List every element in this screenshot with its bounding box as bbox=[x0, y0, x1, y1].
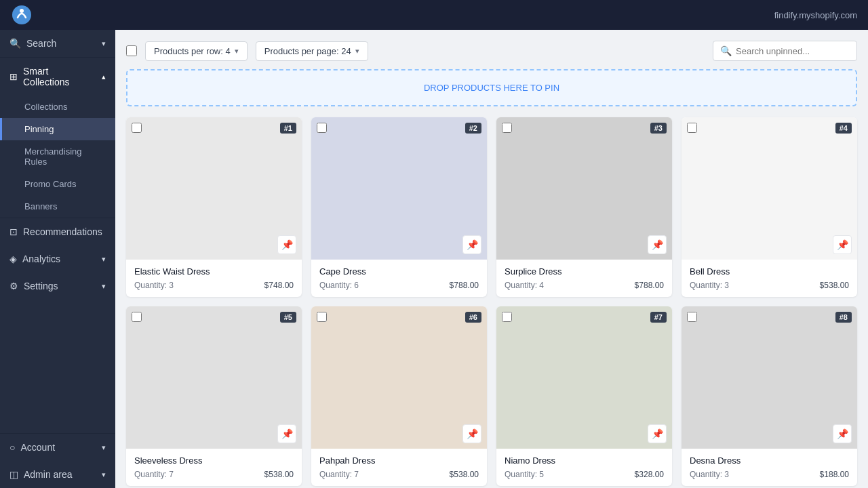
toolbar: Products per row: 4 ▾ Products per page:… bbox=[126, 41, 857, 61]
top-bar: findify.myshopify.com bbox=[0, 0, 868, 30]
sidebar-item-promo-cards[interactable]: Promo Cards bbox=[0, 173, 115, 195]
product-image: #7 📌 bbox=[496, 306, 672, 449]
account-icon: ○ bbox=[9, 442, 15, 453]
product-pin-button[interactable]: 📌 bbox=[648, 424, 667, 443]
product-badge: #7 bbox=[650, 312, 667, 323]
products-per-row-dropdown[interactable]: Products per row: 4 ▾ bbox=[145, 41, 248, 61]
product-pin-button[interactable]: 📌 bbox=[462, 424, 481, 443]
sidebar-bottom: ○ Account ▾ ◫ Admin area ▾ bbox=[0, 433, 115, 488]
sidebar: 🔍 Search ▾ ⊞ Smart Collections ▴ Collect… bbox=[0, 30, 115, 488]
search-unpinned-input[interactable] bbox=[736, 46, 850, 56]
product-meta: Quantity: 7 $538.00 bbox=[319, 470, 479, 479]
product-checkbox[interactable] bbox=[687, 123, 697, 133]
product-pin-button[interactable]: 📌 bbox=[648, 235, 667, 254]
svg-point-0 bbox=[12, 5, 31, 24]
search-unpinned-icon: 🔍 bbox=[720, 45, 732, 56]
product-info: Elastic Waist Dress Quantity: 3 $748.00 bbox=[126, 260, 302, 297]
product-checkbox[interactable] bbox=[132, 312, 142, 322]
product-name: Desna Dress bbox=[690, 455, 849, 466]
product-card: #6 📌 Pahpah Dress Quantity: 7 $538.00 bbox=[311, 306, 487, 486]
sidebar-item-recommendations[interactable]: ⊡ Recommendations bbox=[0, 218, 115, 245]
product-pin-button[interactable]: 📌 bbox=[277, 235, 296, 254]
product-checkbox[interactable] bbox=[317, 312, 327, 322]
sidebar-item-analytics[interactable]: ◈ Analytics ▾ bbox=[0, 245, 115, 272]
product-meta: Quantity: 3 $748.00 bbox=[134, 281, 294, 290]
product-image: #5 📌 bbox=[126, 306, 302, 449]
product-checkbox[interactable] bbox=[317, 123, 327, 133]
product-price: $538.00 bbox=[450, 470, 479, 479]
product-name: Sleeveless Dress bbox=[134, 455, 294, 466]
admin-chevron: ▾ bbox=[102, 470, 106, 479]
product-card: #1 📌 Elastic Waist Dress Quantity: 3 $74… bbox=[126, 117, 302, 297]
product-quantity: Quantity: 3 bbox=[690, 281, 729, 290]
product-badge: #8 bbox=[835, 312, 852, 323]
product-quantity: Quantity: 3 bbox=[134, 281, 174, 290]
product-checkbox[interactable] bbox=[502, 123, 512, 133]
svg-point-1 bbox=[20, 9, 24, 13]
product-badge: #4 bbox=[835, 123, 852, 134]
analytics-icon: ◈ bbox=[9, 253, 17, 264]
product-image: #4 📌 bbox=[682, 117, 857, 260]
product-badge: #3 bbox=[650, 123, 667, 134]
main-content: Products per row: 4 ▾ Products per page:… bbox=[115, 30, 868, 488]
product-image: #3 📌 bbox=[496, 117, 672, 260]
product-info: Surplice Dress Quantity: 4 $788.00 bbox=[496, 260, 672, 297]
sidebar-item-settings[interactable]: ⚙ Settings ▾ bbox=[0, 272, 115, 300]
sidebar-item-admin-area[interactable]: ◫ Admin area ▾ bbox=[0, 461, 115, 488]
admin-label: Admin area bbox=[24, 469, 73, 480]
sidebar-item-smart-collections[interactable]: ⊞ Smart Collections ▴ bbox=[0, 58, 115, 96]
product-pin-button[interactable]: 📌 bbox=[833, 235, 852, 254]
product-pin-button[interactable]: 📌 bbox=[462, 235, 481, 254]
product-checkbox[interactable] bbox=[687, 312, 697, 322]
sidebar-item-banners[interactable]: Banners bbox=[0, 195, 115, 218]
product-meta: Quantity: 6 $788.00 bbox=[319, 281, 479, 290]
product-info: Niamo Dress Quantity: 5 $328.00 bbox=[496, 449, 672, 486]
product-badge: #6 bbox=[465, 312, 481, 323]
product-quantity: Quantity: 7 bbox=[319, 470, 359, 479]
product-info: Pahpah Dress Quantity: 7 $538.00 bbox=[311, 449, 487, 486]
product-badge: #5 bbox=[280, 312, 296, 323]
product-pin-button[interactable]: 📌 bbox=[833, 424, 852, 443]
product-pin-button[interactable]: 📌 bbox=[277, 424, 296, 443]
search-icon: 🔍 bbox=[9, 38, 21, 49]
product-checkbox[interactable] bbox=[502, 312, 512, 322]
store-domain: findify.myshopify.com bbox=[774, 10, 857, 20]
product-meta: Quantity: 5 $328.00 bbox=[505, 470, 664, 479]
product-badge: #1 bbox=[280, 123, 296, 134]
sidebar-item-merchandising-rules[interactable]: Merchandising Rules bbox=[0, 140, 115, 173]
settings-chevron: ▾ bbox=[102, 282, 106, 291]
products-grid: #1 📌 Elastic Waist Dress Quantity: 3 $74… bbox=[126, 117, 857, 486]
product-card: #2 📌 Cape Dress Quantity: 6 $788.00 bbox=[311, 117, 487, 297]
product-badge: #2 bbox=[465, 123, 481, 134]
product-price: $538.00 bbox=[820, 281, 849, 290]
product-info: Desna Dress Quantity: 3 $188.00 bbox=[682, 449, 857, 486]
sidebar-item-collections[interactable]: Collections bbox=[0, 96, 115, 118]
recommendations-icon: ⊡ bbox=[9, 226, 18, 237]
product-meta: Quantity: 3 $188.00 bbox=[690, 470, 849, 479]
logo bbox=[11, 4, 33, 26]
drop-zone[interactable]: DROP PRODUCTS HERE TO PIN bbox=[126, 69, 857, 106]
settings-label: Settings bbox=[24, 281, 58, 291]
product-image: #2 📌 bbox=[311, 117, 487, 260]
product-quantity: Quantity: 7 bbox=[134, 470, 174, 479]
smart-collections-label: Smart Collections bbox=[23, 66, 96, 87]
analytics-chevron: ▾ bbox=[102, 255, 106, 264]
product-info: Cape Dress Quantity: 6 $788.00 bbox=[311, 260, 487, 297]
sidebar-item-pinning[interactable]: Pinning bbox=[0, 118, 115, 140]
products-per-page-dropdown[interactable]: Products per page: 24 ▾ bbox=[256, 41, 368, 61]
product-card: #8 📌 Desna Dress Quantity: 3 $188.00 bbox=[682, 306, 857, 486]
product-checkbox[interactable] bbox=[132, 123, 142, 133]
search-chevron: ▾ bbox=[102, 39, 106, 48]
sidebar-item-search[interactable]: 🔍 Search ▾ bbox=[0, 30, 115, 58]
account-chevron: ▾ bbox=[102, 443, 106, 452]
account-label: Account bbox=[20, 442, 55, 453]
product-quantity: Quantity: 6 bbox=[319, 281, 359, 290]
product-name: Bell Dress bbox=[690, 266, 849, 277]
product-image: #8 📌 bbox=[682, 306, 857, 449]
product-name: Elastic Waist Dress bbox=[134, 266, 294, 277]
search-unpinned-box[interactable]: 🔍 bbox=[713, 41, 857, 61]
product-price: $748.00 bbox=[264, 281, 294, 290]
select-all-checkbox[interactable] bbox=[126, 45, 137, 56]
smart-collections-section: ⊞ Smart Collections ▴ Collections Pinnin… bbox=[0, 58, 115, 218]
sidebar-item-account[interactable]: ○ Account ▾ bbox=[0, 434, 115, 461]
